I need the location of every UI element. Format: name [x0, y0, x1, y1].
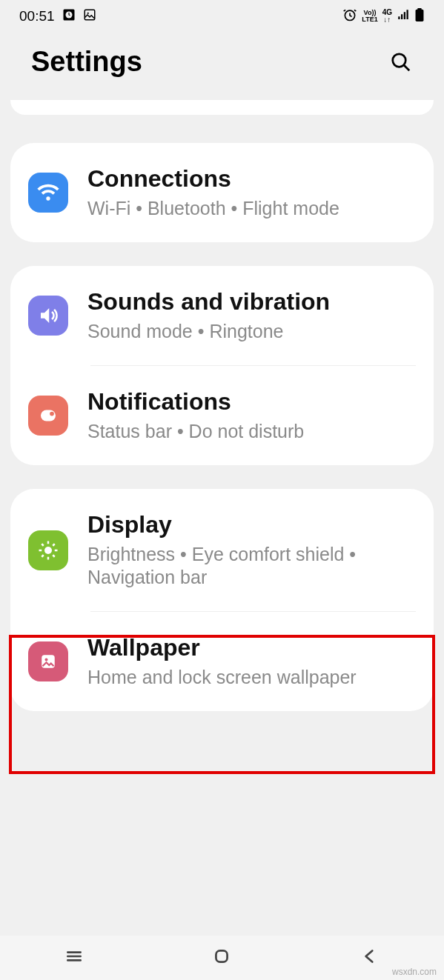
svg-point-3 — [87, 12, 88, 13]
svg-rect-13 — [216, 950, 228, 961]
svg-rect-6 — [417, 7, 421, 10]
nav-recents-button[interactable] — [64, 947, 84, 969]
settings-group-connections: Connections Wi-Fi • Bluetooth • Flight m… — [10, 143, 434, 242]
notifications-icon — [28, 396, 68, 436]
row-subtitle: Sound mode • Ringtone — [87, 320, 416, 343]
svg-rect-5 — [416, 9, 424, 21]
volte-icon: Vo))LTE1 — [362, 10, 377, 23]
svg-rect-8 — [41, 410, 56, 421]
settings-row-display[interactable]: Display Brightness • Eye comfort shield … — [10, 489, 434, 611]
page-title: Settings — [31, 46, 142, 78]
svg-point-9 — [50, 412, 54, 416]
wallpaper-icon — [28, 641, 68, 681]
row-subtitle: Status bar • Do not disturb — [87, 420, 416, 443]
signal-icon — [397, 8, 410, 25]
svg-rect-2 — [85, 10, 95, 20]
status-bar: 00:51 Vo))LTE1 4G↓↑ — [0, 0, 444, 33]
svg-point-12 — [45, 659, 48, 661]
settings-row-notifications[interactable]: Notifications Status bar • Do not distur… — [10, 366, 434, 465]
svg-point-7 — [393, 53, 406, 67]
settings-row-sounds[interactable]: Sounds and vibration Sound mode • Ringto… — [10, 266, 434, 365]
sound-icon — [28, 296, 68, 336]
image-icon — [83, 8, 96, 25]
search-icon — [390, 51, 412, 73]
svg-point-10 — [44, 547, 52, 554]
battery-icon — [414, 7, 425, 26]
settings-group-sound-notif: Sounds and vibration Sound mode • Ringto… — [10, 266, 434, 465]
android-navbar — [0, 936, 444, 980]
nav-home-button[interactable] — [212, 947, 231, 969]
previous-card-edge — [10, 100, 434, 115]
clock-app-icon — [62, 8, 76, 25]
row-title: Wallpaper — [87, 634, 416, 661]
row-title: Sounds and vibration — [87, 288, 416, 316]
row-title: Notifications — [87, 388, 416, 416]
nav-back-button[interactable] — [360, 947, 380, 969]
settings-group-display-wallpaper: Display Brightness • Eye comfort shield … — [10, 489, 434, 711]
row-subtitle: Brightness • Eye comfort shield • Naviga… — [87, 543, 416, 590]
watermark: wsxdn.com — [392, 967, 437, 977]
network-4g-icon: 4G↓↑ — [382, 9, 392, 24]
settings-row-wallpaper[interactable]: Wallpaper Home and lock screen wallpaper — [10, 612, 434, 711]
search-button[interactable] — [389, 50, 413, 74]
row-subtitle: Wi-Fi • Bluetooth • Flight mode — [87, 197, 416, 220]
brightness-icon — [28, 530, 68, 570]
settings-row-connections[interactable]: Connections Wi-Fi • Bluetooth • Flight m… — [10, 143, 434, 242]
row-subtitle: Home and lock screen wallpaper — [87, 666, 416, 689]
row-title: Display — [87, 511, 416, 539]
alarm-icon — [342, 7, 357, 26]
row-title: Connections — [87, 165, 416, 193]
wifi-icon — [28, 173, 68, 213]
app-header: Settings — [0, 33, 444, 100]
status-time: 00:51 — [19, 8, 55, 24]
